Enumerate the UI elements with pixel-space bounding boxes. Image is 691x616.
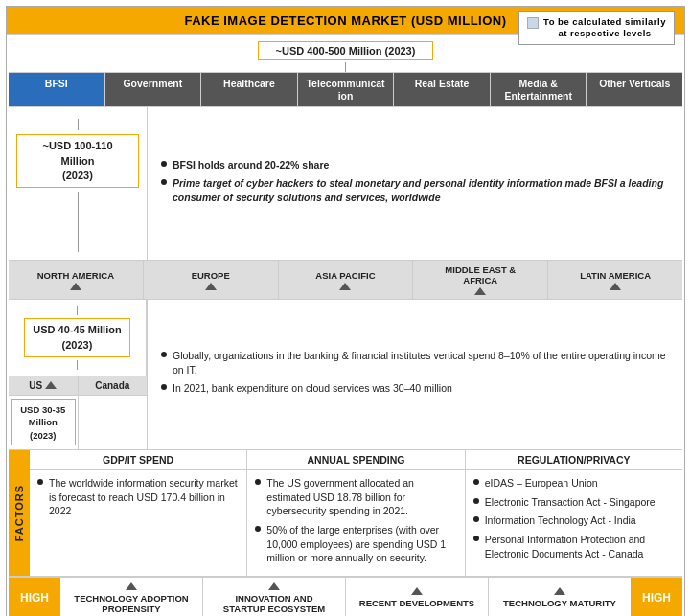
reg-dot-2 [473, 498, 479, 504]
segment-healthcare[interactable]: Healthcare [201, 73, 298, 106]
reg-dot-4 [473, 536, 479, 541]
bottom-tech-maturity[interactable]: TECHNOLOGY MATURITY [489, 578, 631, 616]
bullet-text-1: BFSI holds around 20-22% share [173, 158, 329, 172]
region-mea-label: MIDDLE EAST &AFRICA [445, 264, 516, 285]
region-eu[interactable]: EUROPE [144, 261, 279, 299]
rbullet-dot-1 [161, 352, 167, 357]
region-eu-label: EUROPE [192, 270, 230, 281]
us-value-box: USD 30-35 Million(2023) [9, 396, 79, 449]
factor-annual-content: The US government allocated an estimated… [247, 470, 465, 576]
bullet-dot-1 [161, 161, 167, 167]
region-row: NORTH AMERICA EUROPE ASIA PACIFIC MIDDLE… [9, 261, 682, 300]
up-connector [78, 119, 79, 130]
sub-canada[interactable]: Canada [79, 376, 148, 395]
reg-dot-1 [473, 479, 479, 485]
factors-content: The worldwide information security marke… [30, 470, 682, 576]
na-detail-left: USD 40-45 Million(2023) US Canada USD 30… [9, 300, 148, 449]
annual-text-2: 50% of the large enterprises (with over … [266, 523, 456, 565]
tech-adopt-label: TECHNOLOGY ADOPTIONPROPENSITY [74, 593, 188, 614]
arrow-us [45, 381, 57, 389]
reg-bullet-2: Electronic Transaction Act - Singapore [473, 495, 675, 510]
title-bar: FAKE IMAGE DETECTION MARKET (USD MILLION… [7, 7, 684, 35]
na-value-box: USD 40-45 Million(2023) [24, 318, 129, 357]
na-value-block: USD 40-45 Million(2023) [9, 300, 147, 376]
factors-headers: GDP/IT SPEND ANNUAL SPENDING REGULATION/… [30, 450, 682, 470]
arrow-tech-adopt [126, 582, 137, 590]
factors-label-text: FACTORS [13, 485, 25, 541]
region-detail: USD 40-45 Million(2023) US Canada USD 30… [9, 300, 682, 450]
bottom-row: HIGH TECHNOLOGY ADOPTIONPROPENSITY INNOV… [9, 577, 682, 616]
region-na-label: NORTH AMERICA [37, 270, 114, 281]
region-na[interactable]: NORTH AMERICA [9, 261, 144, 299]
legend-icon [527, 17, 539, 29]
down-connector [78, 192, 79, 252]
segment-government[interactable]: Government [105, 73, 202, 106]
factor-gdp-content: The worldwide information security marke… [30, 470, 247, 576]
main-container: FAKE IMAGE DETECTION MARKET (USD MILLION… [6, 6, 685, 616]
bottom-tech-adopt[interactable]: TECHNOLOGY ADOPTIONPROPENSITY [60, 578, 203, 616]
region-ap[interactable]: ASIA PACIFIC [279, 261, 414, 299]
arrow-eu [205, 283, 217, 290]
region-bullet-1: Globally, organizations in the banking &… [161, 349, 669, 376]
bottom-items: TECHNOLOGY ADOPTIONPROPENSITY INNOVATION… [60, 578, 631, 616]
gdp-bullet: The worldwide information security marke… [37, 476, 239, 518]
factor-header-reg: REGULATION/PRIVACY [466, 450, 682, 469]
annual-dot-1 [255, 479, 261, 485]
bottom-recent[interactable]: RECENT DEVELOPMENTS [346, 578, 489, 616]
subregion-row: US Canada [9, 376, 147, 395]
reg-dot-3 [473, 516, 479, 522]
reg-text-1: eIDAS – European Union [485, 476, 598, 491]
recent-label: RECENT DEVELOPMENTS [359, 598, 474, 608]
segment-telecom[interactable]: Telecommunication [298, 73, 395, 106]
reg-bullet-4: Personal Information Protection and Elec… [473, 533, 675, 560]
arrow-ap [339, 283, 351, 290]
bullet-dot-2 [161, 179, 167, 185]
segment-other[interactable]: Other Verticals [587, 73, 682, 106]
bfsi-bullets: BFSI holds around 20-22% share Prime tar… [148, 107, 682, 260]
segment-media[interactable]: Media &Entertainment [491, 73, 587, 106]
annual-text-1: The US government allocated an estimated… [266, 476, 456, 518]
sub-us[interactable]: US [9, 376, 79, 395]
arrow-la [610, 283, 621, 290]
bfsi-value-box: ~USD 100-110 Million(2023) [16, 134, 139, 188]
region-la[interactable]: LATIN AMERICA [548, 261, 682, 299]
reg-bullet-1: eIDAS – European Union [473, 476, 675, 491]
factor-reg-content: eIDAS – European Union Electronic Transa… [466, 470, 682, 576]
annual-bullet-1: The US government allocated an estimated… [255, 476, 456, 518]
reg-text-4: Personal Information Protection and Elec… [485, 533, 675, 560]
na-dn-conn [77, 360, 78, 370]
chart-title: FAKE IMAGE DETECTION MARKET (USD MILLION… [184, 13, 506, 28]
factors-label: FACTORS [9, 450, 30, 576]
high-badge-left: HIGH [9, 578, 60, 616]
rbullet-text-2: In 2021, bank expenditure on cloud servi… [173, 381, 452, 396]
sub-value-row: USD 30-35 Million(2023) [9, 395, 147, 449]
arrow-mea [474, 287, 486, 295]
segment-row: BFSI Government Healthcare Telecommunica… [9, 72, 682, 107]
region-bullet-2: In 2021, bank expenditure on cloud servi… [161, 381, 669, 396]
reg-text-2: Electronic Transaction Act - Singapore [485, 495, 656, 510]
factors-body: GDP/IT SPEND ANNUAL SPENDING REGULATION/… [30, 450, 682, 576]
bullet-2: Prime target of cyber hackers to steal m… [161, 176, 669, 204]
legend-text: To be calculated similarlyat respective … [543, 16, 666, 40]
factor-header-gdp: GDP/IT SPEND [30, 450, 247, 469]
gdp-dot [37, 479, 43, 485]
region-mea[interactable]: MIDDLE EAST &AFRICA [413, 261, 548, 299]
canada-value [79, 396, 148, 449]
factors-section: FACTORS GDP/IT SPEND ANNUAL SPENDING REG… [9, 450, 682, 577]
factor-header-annual: ANNUAL SPENDING [247, 450, 465, 469]
total-value-box: ~USD 400-500 Million (2023) [258, 41, 434, 60]
innovation-label: INNOVATION ANDSTARTUP ECOSYSTEM [223, 593, 325, 614]
region-bullets: Globally, organizations in the banking &… [148, 300, 682, 449]
bottom-innovation[interactable]: INNOVATION ANDSTARTUP ECOSYSTEM [203, 578, 346, 616]
segment-bfsi[interactable]: BFSI [9, 73, 105, 106]
us-value: USD 30-35 Million(2023) [11, 399, 76, 445]
reg-text-3: Information Technology Act - India [485, 513, 636, 528]
annual-dot-2 [255, 526, 261, 532]
region-ap-label: ASIA PACIFIC [315, 270, 375, 281]
bullet-1: BFSI holds around 20-22% share [161, 158, 669, 172]
segment-realestate[interactable]: Real Estate [394, 73, 491, 106]
bfsi-value-panel: ~USD 100-110 Million(2023) [9, 107, 148, 260]
rbullet-text-1: Globally, organizations in the banking &… [173, 349, 669, 376]
rbullet-dot-2 [161, 384, 167, 390]
na-up-conn [77, 306, 78, 315]
